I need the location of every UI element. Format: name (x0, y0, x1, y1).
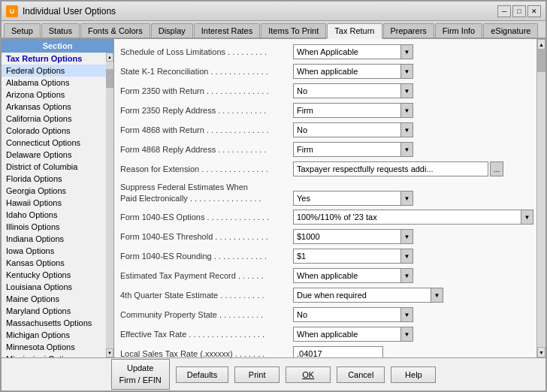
maximize-button[interactable]: □ (512, 5, 526, 17)
chevron-down-icon[interactable]: ▼ (400, 123, 413, 137)
sidebar-item-tax-return-options[interactable]: Tax Return Options (2, 53, 106, 65)
chevron-down-icon[interactable]: ▼ (400, 84, 413, 98)
select-state-k1[interactable]: When applicable ▼ (293, 64, 413, 79)
select-suppress-estimates[interactable]: Yes ▼ (293, 191, 413, 206)
control-1040es-threshold: $1000 ▼ (293, 229, 530, 244)
sidebar-item-kentucky[interactable]: Kentucky Options (2, 269, 106, 281)
sidebar-item-louisiana[interactable]: Louisiana Options (2, 281, 106, 293)
defaults-button[interactable]: Defaults (176, 366, 228, 383)
tab-interest-rates[interactable]: Interest Rates (194, 23, 260, 38)
control-4th-quarter: Due when required ▼ (293, 288, 530, 303)
select-form2350-address[interactable]: Firm ▼ (293, 103, 413, 118)
tab-esignature[interactable]: eSignature (483, 23, 538, 38)
select-form4868-address[interactable]: Firm ▼ (293, 142, 413, 157)
sidebar-item-california[interactable]: California Options (2, 113, 106, 125)
tab-fonts-colors[interactable]: Fonts & Colors (80, 23, 150, 38)
tab-display[interactable]: Display (151, 23, 193, 38)
sidebar-item-georgia[interactable]: Georgia Options (2, 185, 106, 197)
sidebar-scroll-up[interactable]: ▲ (106, 53, 113, 62)
sidebar-item-florida[interactable]: Florida Options (2, 173, 106, 185)
row-form4868-return: Form 4868 with Return . . . . . . . . . … (120, 122, 530, 138)
tab-tax-return[interactable]: Tax Return (327, 23, 382, 39)
chevron-down-icon[interactable]: ▼ (400, 249, 413, 263)
control-1040es-rounding: $1 ▼ (293, 249, 530, 264)
row-form2350-address: Form 2350 Reply Address . . . . . . . . … (120, 102, 530, 119)
tab-setup[interactable]: Setup (4, 23, 41, 38)
tab-preparers[interactable]: Preparers (383, 23, 434, 38)
sidebar-item-connecticut[interactable]: Connecticut Options (2, 137, 106, 149)
label-est-tax-record: Estimated Tax Payment Record . . . . . . (120, 271, 293, 280)
sidebar-scrollbar[interactable]: ▲ ▼ (106, 53, 113, 357)
chevron-down-icon[interactable]: ▼ (521, 210, 533, 224)
label-1040es-options: Form 1040-ES Options . . . . . . . . . .… (120, 213, 293, 222)
select-effective-tax-rate[interactable]: When applicable ▼ (293, 327, 413, 342)
content-area: Section Tax Return Options Federal Optio… (2, 39, 545, 357)
sidebar-item-iowa[interactable]: Iowa Options (2, 245, 106, 257)
sidebar-item-delaware[interactable]: Delaware Options (2, 149, 106, 161)
cancel-button[interactable]: Cancel (337, 366, 385, 383)
chevron-down-icon[interactable]: ▼ (400, 191, 413, 205)
sidebar-item-maine[interactable]: Maine Options (2, 293, 106, 305)
help-button[interactable]: Help (391, 366, 436, 383)
control-form2350-address: Firm ▼ (293, 103, 530, 118)
sidebar-scroll-down[interactable]: ▼ (106, 348, 113, 357)
tab-items-to-print[interactable]: Items To Print (261, 23, 326, 38)
sidebar-scroll-track[interactable] (106, 62, 113, 348)
sidebar-item-hawaii[interactable]: Hawaii Options (2, 197, 106, 209)
select-1040es-rounding[interactable]: $1 ▼ (293, 249, 413, 264)
label-form2350-return: Form 2350 with Return . . . . . . . . . … (120, 86, 293, 95)
sidebar-item-colorado[interactable]: Colorado Options (2, 125, 106, 137)
scroll-track[interactable] (537, 50, 545, 347)
sidebar-item-minnesota[interactable]: Minnesota Options (2, 341, 106, 353)
sidebar-item-idaho[interactable]: Idaho Options (2, 209, 106, 221)
select-1040es-threshold[interactable]: $1000 ▼ (293, 229, 413, 244)
chevron-down-icon[interactable]: ▼ (400, 269, 413, 282)
chevron-down-icon[interactable]: ▼ (400, 104, 413, 117)
sidebar-item-arizona[interactable]: Arizona Options (2, 89, 106, 101)
select-1040es-options[interactable]: 100%/110% of '23 tax ▼ (293, 210, 533, 225)
input-reason-extension[interactable] (293, 161, 488, 176)
select-schedule-loss[interactable]: When Applicable ▼ (293, 44, 413, 59)
sidebar-item-federal-options[interactable]: Federal Options (2, 65, 106, 77)
input-local-sales-tax[interactable] (293, 346, 383, 357)
chevron-down-icon[interactable]: ▼ (400, 143, 413, 156)
browse-button[interactable]: ... (490, 161, 503, 176)
select-est-tax-record[interactable]: When applicable ▼ (293, 268, 413, 283)
row-1040es-rounding: Form 1040-ES Rounding . . . . . . . . . … (120, 248, 530, 264)
select-4th-quarter[interactable]: Due when required ▼ (293, 288, 443, 303)
control-reason-extension: ... (293, 161, 530, 176)
chevron-down-icon[interactable]: ▼ (400, 65, 413, 78)
select-form2350-return[interactable]: No ▼ (293, 83, 413, 98)
sidebar-item-illinois[interactable]: Illinois Options (2, 221, 106, 233)
ok-button[interactable]: OK (286, 366, 331, 383)
chevron-down-icon[interactable]: ▼ (431, 288, 443, 302)
chevron-down-icon[interactable]: ▼ (400, 230, 413, 243)
minimize-button[interactable]: ─ (497, 5, 511, 17)
sidebar-item-massachusetts[interactable]: Massachusetts Options (2, 317, 106, 329)
close-button[interactable]: ✕ (527, 5, 541, 17)
update-firm-efin-button[interactable]: UpdateFirm / EFIN (111, 359, 170, 390)
tab-status[interactable]: Status (41, 23, 80, 38)
sidebar-item-arkansas[interactable]: Arkansas Options (2, 101, 106, 113)
sidebar-item-alabama[interactable]: Alabama Options (2, 77, 106, 89)
sidebar-item-michigan[interactable]: Michigan Options (2, 329, 106, 341)
control-suppress-estimates: Yes ▼ (293, 182, 530, 206)
chevron-down-icon[interactable]: ▼ (400, 327, 413, 341)
select-community-property[interactable]: No ▼ (293, 307, 413, 322)
select-form4868-return[interactable]: No ▼ (293, 122, 413, 137)
tab-firm-info[interactable]: Firm Info (435, 23, 482, 38)
chevron-down-icon[interactable]: ▼ (400, 308, 413, 321)
scroll-up-arrow[interactable]: ▲ (537, 39, 545, 50)
row-1040es-threshold: Form 1040-ES Threshold . . . . . . . . .… (120, 228, 530, 245)
scroll-down-arrow[interactable]: ▼ (537, 347, 545, 357)
sidebar-item-maryland[interactable]: Maryland Options (2, 305, 106, 317)
main-scrollbar[interactable]: ▲ ▼ (536, 39, 545, 357)
chevron-down-icon[interactable]: ▼ (400, 45, 413, 59)
print-button[interactable]: Print (234, 366, 280, 383)
sidebar-item-kansas[interactable]: Kansas Options (2, 257, 106, 269)
sidebar-item-dc[interactable]: District of Columbia (2, 161, 106, 173)
scroll-thumb[interactable] (537, 50, 545, 72)
label-1040es-threshold: Form 1040-ES Threshold . . . . . . . . .… (120, 232, 293, 241)
sidebar-item-indiana[interactable]: Indiana Options (2, 233, 106, 245)
sidebar-scroll-thumb[interactable] (106, 69, 113, 88)
